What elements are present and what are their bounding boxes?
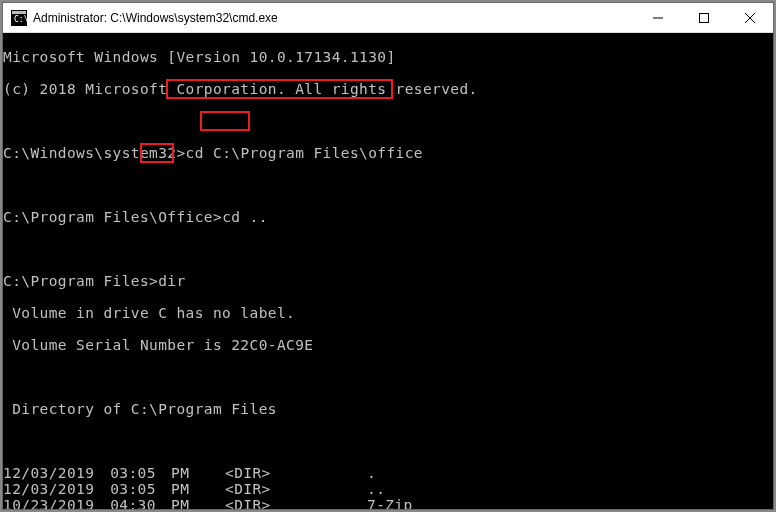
- entry-type: <DIR>: [199, 465, 307, 481]
- blank-line: [3, 369, 773, 385]
- blank-line: [3, 177, 773, 193]
- cmd-window: C:\ Administrator: C:\Windows\system32\c…: [2, 2, 774, 510]
- svg-rect-1: [12, 11, 26, 14]
- entry-date: 12/03/2019: [3, 465, 97, 481]
- text-line: (c) 2018 Microsoft Corporation. All righ…: [3, 81, 773, 97]
- entry-time: 03:05: [97, 465, 171, 481]
- blank-line: [3, 433, 773, 449]
- dir-entry: 12/03/201903:05 PM<DIR>..: [3, 481, 773, 497]
- prompt: C:\Program Files>: [3, 273, 158, 289]
- svg-text:C:\: C:\: [14, 15, 27, 24]
- text-line: Directory of C:\Program Files: [3, 401, 773, 417]
- close-button[interactable]: [727, 3, 773, 32]
- entry-date: 10/23/2019: [3, 497, 97, 509]
- prompt-line: C:\Program Files\Office>cd ..: [3, 209, 773, 225]
- text-line: Microsoft Windows [Version 10.0.17134.11…: [3, 49, 773, 65]
- text-line: Volume Serial Number is 22C0-AC9E: [3, 337, 773, 353]
- window-title: Administrator: C:\Windows\system32\cmd.e…: [33, 11, 635, 25]
- entry-type: <DIR>: [199, 481, 307, 497]
- maximize-button[interactable]: [681, 3, 727, 32]
- entry-type: <DIR>: [199, 497, 307, 509]
- minimize-button[interactable]: [635, 3, 681, 32]
- dir-entry: 10/23/201904:30 PM<DIR>7-Zip: [3, 497, 773, 509]
- entry-time: 04:30: [97, 497, 171, 509]
- entry-ampm: PM: [171, 497, 199, 509]
- entry-time: 03:05: [97, 481, 171, 497]
- titlebar[interactable]: C:\ Administrator: C:\Windows\system32\c…: [3, 3, 773, 33]
- dir-entry: 12/03/201903:05 PM<DIR>.: [3, 465, 773, 481]
- prompt-line: C:\Program Files>dir: [3, 273, 773, 289]
- entry-name: ..: [307, 481, 385, 497]
- blank-line: [3, 113, 773, 129]
- cmd-icon: C:\: [11, 10, 27, 26]
- prompt: C:\Program Files\Office>: [3, 209, 222, 225]
- command: cd ..: [222, 209, 268, 225]
- prompt-line: C:\Windows\system32>cd C:\Program Files\…: [3, 145, 773, 161]
- entry-ampm: PM: [171, 481, 199, 497]
- prompt: C:\Windows\system32>: [3, 145, 186, 161]
- terminal-output[interactable]: Microsoft Windows [Version 10.0.17134.11…: [3, 33, 773, 509]
- dir-listing: 12/03/201903:05 PM<DIR>.12/03/201903:05 …: [3, 465, 773, 509]
- blank-line: [3, 241, 773, 257]
- command: cd C:\Program Files\office: [186, 145, 423, 161]
- svg-rect-4: [700, 13, 709, 22]
- text-line: Volume in drive C has no label.: [3, 305, 773, 321]
- window-controls: [635, 3, 773, 32]
- entry-name: .: [307, 465, 376, 481]
- command: dir: [158, 273, 185, 289]
- entry-name: 7-Zip: [307, 497, 413, 509]
- entry-date: 12/03/2019: [3, 481, 97, 497]
- entry-ampm: PM: [171, 465, 199, 481]
